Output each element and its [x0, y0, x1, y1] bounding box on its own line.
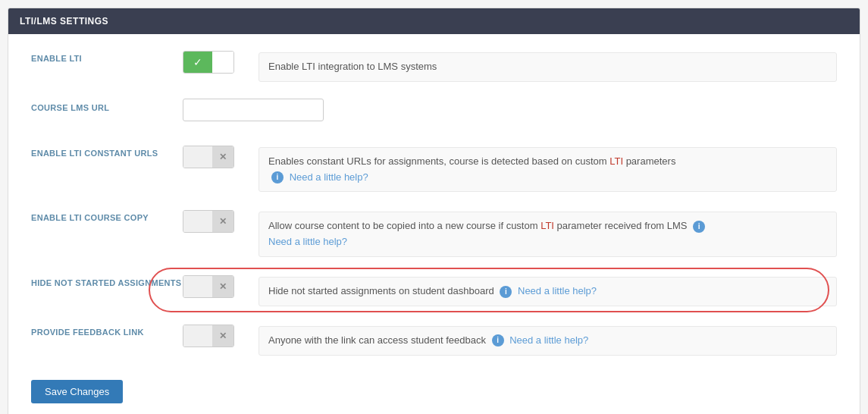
help-link-course-copy[interactable]: Need a little help? — [268, 236, 347, 247]
desc-hide-not-started: Hide not started assignments on student … — [259, 274, 837, 306]
help-link-feedback-link[interactable]: Need a little help? — [509, 334, 588, 346]
panel-header: LTI/LMS SETTINGS — [8, 8, 860, 34]
control-provide-feedback-link: ✕ — [183, 323, 259, 347]
toggle-left-side-copy — [183, 211, 212, 232]
toggle-left-side-hide — [183, 276, 212, 297]
info-icon-course-copy[interactable]: i — [693, 221, 705, 233]
desc-course-lms-url — [259, 99, 837, 102]
lti-lms-settings-panel: LTI/LMS SETTINGS ENABLE LTI ✓ Enable LTI… — [8, 8, 860, 414]
setting-row-enable-lti-constant-urls: ENABLE LTI CONSTANT URLS ✕ Enables const… — [31, 144, 837, 193]
control-enable-lti-course-copy: ✕ — [183, 209, 259, 233]
desc-enable-lti-constant-urls: Enables constant URLs for assignments, c… — [259, 144, 837, 193]
label-enable-lti-constant-urls: ENABLE LTI CONSTANT URLS — [31, 144, 183, 158]
info-icon-feedback-link[interactable]: i — [492, 334, 504, 347]
save-changes-button[interactable]: Save Changes — [31, 380, 123, 403]
toggle-left-side — [183, 146, 212, 168]
label-enable-lti-course-copy: ENABLE LTI COURSE COPY — [31, 209, 183, 222]
desc-block-lti-constant-urls: Enables constant URLs for assignments, c… — [259, 147, 837, 193]
toggle-right-x: ✕ — [212, 146, 233, 168]
control-enable-lti-constant-urls: ✕ — [183, 144, 259, 168]
toggle-right-x-hide: ✕ — [212, 276, 233, 297]
desc-block-lti-course-copy: Allow course content to be copied into a… — [259, 212, 837, 257]
label-enable-lti: ENABLE LTI — [31, 49, 183, 63]
setting-row-provide-feedback-link: PROVIDE FEEDBACK LINK ✕ Anyone with the … — [31, 323, 837, 356]
toggle-enable-lti-constant-urls[interactable]: ✕ — [183, 146, 234, 168]
desc-provide-feedback-link: Anyone with the link can access student … — [259, 323, 837, 356]
toggle-right-x-feedback: ✕ — [212, 325, 233, 347]
desc-block-enable-lti: Enable LTI integration to LMS systems — [259, 52, 837, 82]
toggle-on-check: ✓ — [183, 52, 212, 73]
control-enable-lti: ✓ — [183, 49, 259, 74]
help-link-hide-not-started[interactable]: Need a little help? — [518, 285, 597, 296]
desc-block-hide-not-started: Hide not started assignments on student … — [259, 277, 837, 306]
toggle-right-x-copy: ✕ — [212, 211, 233, 232]
desc-enable-lti: Enable LTI integration to LMS systems — [259, 49, 837, 82]
toggle-provide-feedback-link[interactable]: ✕ — [183, 325, 234, 347]
desc-enable-lti-course-copy: Allow course content to be copied into a… — [259, 209, 837, 257]
label-provide-feedback-link: PROVIDE FEEDBACK LINK — [31, 323, 183, 337]
info-icon-hide-not-started[interactable]: i — [500, 286, 512, 298]
control-course-lms-url — [183, 99, 259, 121]
course-lms-url-input[interactable] — [183, 99, 324, 121]
setting-row-enable-lti-course-copy: ENABLE LTI COURSE COPY ✕ Allow course co… — [31, 209, 837, 257]
toggle-left-side-feedback — [183, 325, 212, 347]
panel-title: LTI/LMS SETTINGS — [20, 16, 108, 27]
toggle-hide-not-started[interactable]: ✕ — [183, 275, 234, 298]
toggle-enable-lti-course-copy[interactable]: ✕ — [183, 210, 234, 233]
setting-row-enable-lti: ENABLE LTI ✓ Enable LTI integration to L… — [31, 49, 837, 82]
info-icon-constant-urls[interactable]: i — [271, 171, 284, 183]
toggle-off-side — [212, 52, 233, 73]
label-course-lms-url: COURSE LMS URL — [31, 99, 183, 112]
help-link-constant-urls[interactable]: Need a little help? — [290, 171, 368, 183]
panel-body: ENABLE LTI ✓ Enable LTI integration to L… — [8, 34, 860, 414]
setting-row-course-lms-url: COURSE LMS URL — [31, 99, 837, 127]
setting-row-hide-not-started: HIDE NOT STARTED ASSIGNMENTS ✕ Hide not … — [31, 274, 837, 306]
control-hide-not-started: ✕ — [183, 274, 259, 298]
label-hide-not-started: HIDE NOT STARTED ASSIGNMENTS — [31, 274, 183, 287]
toggle-enable-lti[interactable]: ✓ — [183, 51, 234, 74]
desc-block-provide-feedback-link: Anyone with the link can access student … — [259, 326, 837, 356]
